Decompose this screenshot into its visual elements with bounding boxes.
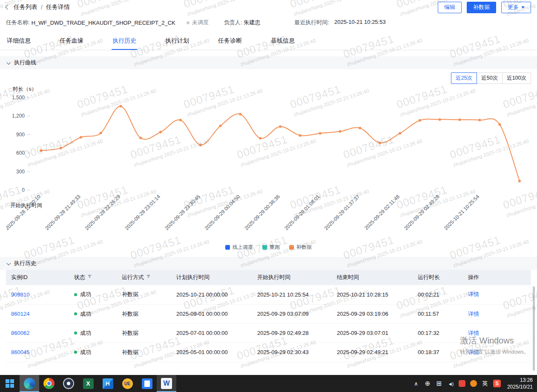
legend-label: 补数据	[296, 244, 312, 251]
table-header-row: 实例ID状态运行方式计划执行时间开始执行时间结束时间运行时长操作	[6, 270, 531, 285]
last-exec-value: 2025-10-21 10:25:53	[334, 19, 386, 26]
column-header: 实例ID	[6, 270, 69, 285]
taskbar-clock[interactable]: 13:26 2025/10/21	[507, 377, 533, 390]
blue-doc-app-icon[interactable]	[137, 375, 157, 392]
table-row: 860045成功补数据2025-05-01 00:00:002025-09-29…	[6, 343, 531, 362]
x-tick-label: 2025-09-29 02:49:28	[403, 193, 441, 231]
legend-swatch	[262, 245, 267, 250]
task-name-label: 任务名称:	[6, 19, 30, 26]
x-tick-label: 2025-09-28 23:30:45	[164, 193, 201, 231]
legend-item[interactable]: 线上调度	[225, 243, 253, 251]
chrome-icon[interactable]	[39, 375, 59, 392]
range-button-last100[interactable]: 近100次	[502, 72, 531, 84]
range-button-last50[interactable]: 近50次	[477, 72, 503, 84]
schedule-status-text: 未调度	[192, 19, 209, 26]
owner-value: 朱建忠	[244, 19, 260, 26]
cell-action: 详情	[463, 304, 531, 323]
history-section-title: 执行历史	[14, 259, 36, 267]
red-tray-icon[interactable]	[459, 380, 465, 387]
excel-icon[interactable]	[78, 375, 98, 392]
blue-tool-app-icon[interactable]	[98, 375, 118, 392]
ultraedit-icon[interactable]	[118, 375, 137, 392]
cell-instance-id: 860062	[6, 323, 69, 343]
detail-link[interactable]: 详情	[468, 311, 479, 317]
cell-run-mode: 补数据	[117, 304, 171, 323]
display-icon[interactable]	[436, 380, 442, 387]
last-exec-group: 最近执行时间: 2025-10-21 10:25:53	[294, 19, 385, 26]
more-button[interactable]: 更多	[501, 2, 531, 13]
breadcrumb-separator: /	[41, 4, 43, 11]
cell-start-time: 2025-09-29 02:30:43	[252, 343, 332, 362]
sogou-icon[interactable]	[493, 380, 501, 387]
tab-exec-history[interactable]: 执行历史	[112, 33, 137, 50]
history-section-header[interactable]: 执行历史	[0, 257, 537, 270]
detail-link[interactable]: 详情	[468, 330, 479, 336]
column-header: 运行方式	[117, 270, 171, 285]
execution-curve-chart: 时长（s）03006009001,2001,5002025-09-28 12:2…	[0, 84, 537, 251]
recorder-app-icon[interactable]	[59, 375, 78, 392]
backfill-button[interactable]: 补数据	[467, 2, 496, 13]
tab-exec-plan[interactable]: 执行计划	[164, 33, 190, 50]
volume-icon[interactable]	[447, 380, 454, 387]
word-icon[interactable]	[157, 375, 176, 392]
table-scrollbar[interactable]	[533, 286, 535, 371]
clock-time: 13:26	[507, 377, 533, 383]
legend-swatch	[289, 245, 294, 250]
cell-end-time: 2025-09-29 03:19:06	[332, 304, 413, 323]
y-tick-label: 600	[16, 150, 25, 156]
filter-icon[interactable]	[146, 274, 151, 279]
curve-section-title: 执行曲线	[14, 59, 36, 66]
taskbar: 英 13:26 2025/10/21	[0, 375, 537, 392]
instance-id-link[interactable]: 860045	[11, 349, 29, 355]
status-success-dot-icon	[74, 312, 77, 315]
instance-id-link[interactable]: 860062	[11, 330, 29, 336]
data-point	[259, 137, 261, 140]
curve-section-header[interactable]: 执行曲线	[0, 56, 537, 69]
column-header: 结束时间	[332, 270, 413, 285]
instance-id-link[interactable]: 860124	[11, 311, 29, 317]
tab-diagnosis[interactable]: 任务诊断	[217, 33, 243, 50]
detail-link[interactable]: 详情	[468, 291, 479, 297]
collapse-chevron-icon[interactable]	[6, 60, 11, 64]
cell-planned-time: 2025-10-21 00:00:00	[171, 285, 252, 304]
edit-button[interactable]: 编辑	[438, 2, 462, 13]
cell-duration: 00:17:32	[413, 323, 463, 343]
collapse-chevron-icon[interactable]	[6, 261, 11, 265]
data-point	[339, 130, 342, 133]
tab-details[interactable]: 详细信息	[6, 33, 32, 50]
range-button-last25[interactable]: 近25次	[451, 72, 477, 84]
windows-logo-icon	[6, 379, 14, 388]
ime-language-indicator[interactable]: 英	[482, 380, 488, 387]
x-tick-label: 2025-09-28 22:26:29	[84, 193, 122, 231]
back-icon[interactable]	[5, 5, 10, 9]
y-axis-title: 时长（s）	[13, 86, 37, 92]
x-tick-label: 2025-09-29 01:08:01	[283, 193, 321, 231]
data-point	[159, 131, 162, 133]
hidden-icons-chevron-icon[interactable]	[413, 380, 419, 387]
tab-baseline[interactable]: 基线信息	[270, 33, 296, 50]
legend-label: 重跑	[270, 244, 280, 251]
data-point	[80, 136, 82, 138]
network-icon[interactable]	[424, 380, 431, 387]
orange-tray-icon[interactable]	[470, 380, 477, 387]
start-button[interactable]	[0, 375, 20, 392]
legend-item[interactable]: 重跑	[262, 243, 280, 251]
x-tick-label: 2025-09-29 00:36:36	[243, 193, 281, 231]
task-info-row: 任务名称: H_WF_DWD_TRADE_HKAUDIT_SHOP_RECEIP…	[0, 18, 537, 27]
task-name-value: H_WF_DWD_TRADE_HKAUDIT_SHOP_RECEIPT_2_CK	[32, 20, 175, 26]
edge-icon[interactable]	[20, 375, 39, 392]
breadcrumb-item-task-list[interactable]: 任务列表	[14, 3, 37, 11]
cell-run-mode: 补数据	[117, 323, 171, 343]
detail-link[interactable]: 详情	[468, 349, 479, 355]
legend-item[interactable]: 补数据	[289, 243, 312, 251]
filter-icon[interactable]	[87, 274, 92, 279]
instance-id-link[interactable]: 909810	[11, 291, 29, 298]
data-point	[239, 113, 241, 115]
table-row: 860062成功补数据2025-07-01 00:00:002025-09-29…	[6, 323, 531, 343]
breadcrumb-bar: 任务列表 / 任务详情 编辑 补数据 更多	[0, 0, 537, 14]
data-point	[199, 144, 202, 146]
table-row: 909810成功补数据2025-10-21 00:00:002025-10-21…	[6, 285, 531, 304]
tab-lineage[interactable]: 任务血缘	[59, 33, 84, 50]
data-point	[459, 118, 461, 121]
breadcrumb-item-task-detail: 任务详情	[46, 3, 70, 11]
